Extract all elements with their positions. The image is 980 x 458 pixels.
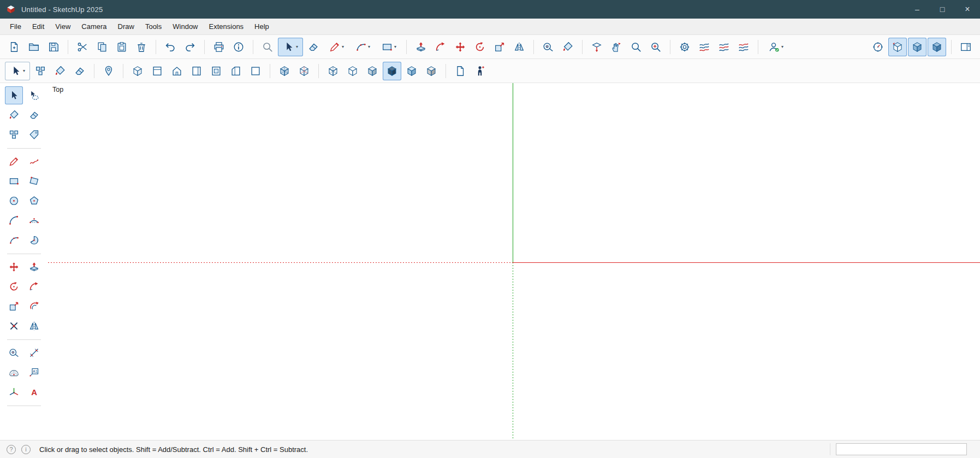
select-button[interactable]: ▾ bbox=[278, 38, 303, 56]
front-view-button[interactable] bbox=[168, 62, 186, 80]
cut-button[interactable] bbox=[73, 38, 92, 56]
hidden-line-button[interactable] bbox=[343, 62, 362, 80]
zoom-button[interactable] bbox=[627, 38, 645, 56]
rectangle-tool-button[interactable] bbox=[5, 172, 23, 190]
redo-button[interactable] bbox=[181, 38, 199, 56]
left-view-button[interactable] bbox=[227, 62, 245, 80]
dropdown-arrow-icon[interactable]: ▾ bbox=[296, 44, 298, 49]
x-ray-button[interactable] bbox=[275, 62, 294, 80]
move-button[interactable] bbox=[451, 38, 470, 56]
select-tool-button[interactable] bbox=[5, 86, 23, 104]
rotate-button[interactable] bbox=[471, 38, 489, 56]
help-icon[interactable]: ? bbox=[7, 445, 16, 454]
orbit-compass-button[interactable] bbox=[869, 38, 887, 56]
follow-me-tool-button[interactable] bbox=[25, 278, 43, 296]
right-view-button[interactable] bbox=[187, 62, 206, 80]
extension-manager-button[interactable] bbox=[675, 38, 694, 56]
two-point-arc-tool-button[interactable] bbox=[25, 212, 43, 230]
make-component-button[interactable] bbox=[31, 62, 50, 80]
new-button[interactable] bbox=[5, 38, 23, 56]
status-info-icon[interactable]: i bbox=[21, 445, 31, 454]
scale-tool-button[interactable] bbox=[5, 297, 23, 315]
zoom-extents-button[interactable] bbox=[646, 38, 665, 56]
paint-bucket-button[interactable] bbox=[51, 62, 69, 80]
print-button[interactable] bbox=[210, 38, 228, 56]
scene-page-button[interactable] bbox=[451, 62, 470, 80]
arc-tool-button[interactable] bbox=[5, 212, 23, 230]
line-tool-button[interactable] bbox=[5, 152, 23, 171]
wireframe-button[interactable] bbox=[324, 62, 342, 80]
text-tool-button[interactable]: A1 bbox=[25, 363, 43, 381]
menu-tools[interactable]: Tools bbox=[140, 20, 167, 33]
smoove-button[interactable] bbox=[734, 38, 753, 56]
make-component-tool-button[interactable] bbox=[5, 126, 23, 144]
pie-tool-button[interactable] bbox=[25, 231, 43, 249]
scale-figure-button[interactable] bbox=[471, 62, 489, 80]
rectangle-button[interactable]: ▾ bbox=[376, 38, 401, 56]
paint-bucket-button[interactable] bbox=[559, 38, 577, 56]
add-location-button[interactable] bbox=[99, 62, 118, 80]
undo-button[interactable] bbox=[161, 38, 180, 56]
walk-button[interactable] bbox=[607, 38, 626, 56]
move-tool-button[interactable] bbox=[5, 258, 23, 276]
dropdown-arrow-icon[interactable]: ▾ bbox=[342, 44, 344, 49]
menu-edit[interactable]: Edit bbox=[27, 20, 50, 33]
scale-button[interactable] bbox=[490, 38, 509, 56]
search-button[interactable] bbox=[258, 38, 277, 56]
menu-camera[interactable]: Camera bbox=[76, 20, 112, 33]
menu-extensions[interactable]: Extensions bbox=[204, 20, 250, 33]
lasso-tool-button[interactable] bbox=[25, 86, 43, 104]
intersect-tool-button[interactable] bbox=[5, 317, 23, 335]
view-mode-1-button[interactable] bbox=[888, 38, 907, 56]
shaded-button[interactable] bbox=[363, 62, 382, 80]
window-minimize-button[interactable]: – bbox=[905, 0, 930, 19]
view-mode-2-button[interactable] bbox=[908, 38, 926, 56]
push-pull-button[interactable] bbox=[412, 38, 430, 56]
flip-button[interactable] bbox=[510, 38, 528, 56]
shaded-with-textures-button[interactable] bbox=[383, 62, 401, 80]
top-view-button[interactable] bbox=[148, 62, 167, 80]
dropdown-arrow-icon[interactable]: ▾ bbox=[368, 44, 370, 49]
tag-tool-button[interactable] bbox=[25, 126, 43, 144]
dropdown-arrow-icon[interactable]: ▾ bbox=[23, 68, 25, 73]
delete-button[interactable] bbox=[132, 38, 151, 56]
open-button[interactable] bbox=[25, 38, 43, 56]
follow-me-button[interactable] bbox=[431, 38, 450, 56]
window-maximize-button[interactable]: □ bbox=[930, 0, 955, 19]
modeling-viewport[interactable]: Top bbox=[48, 83, 980, 440]
tape-measure-tool-button[interactable] bbox=[5, 344, 23, 362]
eraser-button[interactable] bbox=[70, 62, 89, 80]
polygon-tool-button[interactable] bbox=[25, 192, 43, 210]
save-button[interactable] bbox=[44, 38, 63, 56]
menu-help[interactable]: Help bbox=[249, 20, 275, 33]
select-button[interactable]: ▾ bbox=[5, 62, 30, 80]
back-edges-button[interactable] bbox=[295, 62, 313, 80]
axes-tool-button[interactable] bbox=[5, 383, 23, 401]
monochrome-button[interactable] bbox=[422, 62, 441, 80]
sandbox-from-contours-button[interactable] bbox=[695, 38, 714, 56]
dropdown-arrow-icon[interactable]: ▾ bbox=[781, 44, 783, 49]
dimension-tool-button[interactable] bbox=[25, 344, 43, 362]
account-sign-in-button[interactable]: ▾ bbox=[763, 38, 788, 56]
dropdown-arrow-icon[interactable]: ▾ bbox=[394, 44, 396, 49]
section-plane-button[interactable] bbox=[587, 38, 606, 56]
model-info-button[interactable] bbox=[229, 38, 248, 56]
menu-window[interactable]: Window bbox=[167, 20, 203, 33]
3d-text-tool-button[interactable]: A bbox=[25, 383, 43, 401]
eraser-button[interactable] bbox=[304, 38, 323, 56]
menu-view[interactable]: View bbox=[50, 20, 76, 33]
window-close-button[interactable]: × bbox=[955, 0, 980, 19]
freehand-tool-button[interactable] bbox=[25, 152, 43, 171]
push-pull-tool-button[interactable] bbox=[25, 258, 43, 276]
menu-draw[interactable]: Draw bbox=[112, 20, 140, 33]
measurements-input[interactable] bbox=[836, 443, 967, 455]
back-view-button[interactable] bbox=[207, 62, 225, 80]
panels-toggle-button[interactable] bbox=[957, 38, 975, 56]
offset-tool-button[interactable] bbox=[25, 297, 43, 315]
flip-tool-button[interactable] bbox=[25, 317, 43, 335]
menu-file[interactable]: File bbox=[4, 20, 27, 33]
view-mode-3-button[interactable] bbox=[928, 38, 946, 56]
bottom-view-button[interactable] bbox=[246, 62, 265, 80]
three-point-arc-tool-button[interactable] bbox=[5, 231, 23, 249]
line-button[interactable]: ▾ bbox=[324, 38, 349, 56]
